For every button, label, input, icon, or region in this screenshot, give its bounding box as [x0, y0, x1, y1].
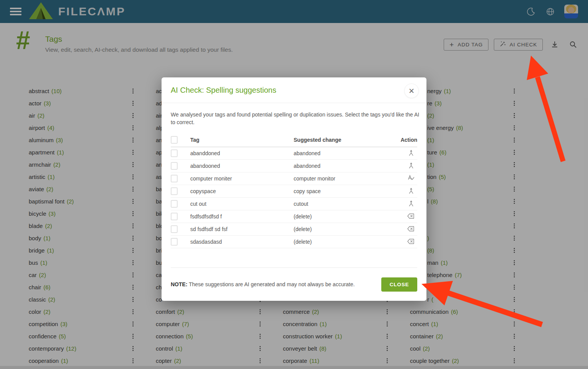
column-header-action: Action	[394, 137, 417, 143]
modal-footer: NOTE: These suggestions are AI generated…	[171, 267, 417, 301]
row-checkbox[interactable]	[171, 162, 178, 170]
select-all-checkbox[interactable]	[171, 136, 178, 144]
filecamp-tags-page: { "colors": { "header_bg": "#2e6f8a", "b…	[0, 0, 588, 369]
delete-icon	[407, 237, 415, 247]
table-header-row: Tag Suggested change Action	[171, 133, 417, 147]
note-text: These suggestions are AI generated and m…	[188, 281, 355, 287]
tag-cell: computer moniter	[190, 175, 294, 182]
tag-cell: sdasdasdasd	[190, 239, 294, 245]
note-label: NOTE:	[171, 281, 188, 287]
row-checkbox[interactable]	[171, 187, 178, 195]
delete-icon	[407, 212, 415, 221]
modal-header: AI Check: Spelling suggestions	[162, 77, 426, 103]
delete-icon	[407, 225, 415, 234]
description-line-1: We analysed your tags and found potentia…	[171, 111, 417, 118]
tag-cell: abandooned	[190, 163, 294, 169]
tag-cell: fsdfsdfsdfsd f	[190, 213, 294, 220]
suggestion-cell: copy space	[294, 188, 394, 194]
row-checkbox[interactable]	[171, 225, 178, 233]
suggestions-table: Tag Suggested change Action abanddonedab…	[171, 133, 417, 248]
description-line-2: to correct.	[171, 118, 417, 126]
tag-cell: sd fsdfsdf sd fsf	[190, 226, 294, 232]
suggestion-row: sd fsdfsdf sd fsf(delete)	[171, 223, 417, 236]
modal-title: AI Check: Spelling suggestions	[171, 86, 276, 95]
ai-note: NOTE: These suggestions are AI generated…	[171, 281, 355, 287]
ai-check-modal: AI Check: Spelling suggestions ✕ We anal…	[162, 77, 426, 301]
suggestion-row: abandoonedabandoned	[171, 160, 417, 172]
row-checkbox[interactable]	[171, 238, 178, 246]
suggestion-row: copyspacecopy space	[171, 185, 417, 198]
modal-description: We analysed your tags and found potentia…	[171, 111, 417, 126]
suggestion-row: cut outcutout	[171, 198, 417, 210]
merge-icon	[407, 149, 415, 158]
suggestion-row: abanddonedabandoned	[171, 147, 417, 160]
tag-cell: cut out	[190, 201, 294, 207]
merge-icon	[407, 162, 415, 171]
suggestion-cell: (delete)	[294, 213, 394, 220]
column-header-tag: Tag	[190, 137, 294, 143]
suggestion-row: fsdfsdfsdfsd f(delete)	[171, 210, 417, 223]
suggestion-cell: abandoned	[294, 150, 394, 156]
row-checkbox[interactable]	[171, 213, 178, 220]
merge-icon	[407, 200, 415, 208]
suggestion-cell: (delete)	[294, 239, 394, 245]
suggestion-cell: (delete)	[294, 226, 394, 232]
suggestion-cell: cutout	[294, 201, 394, 207]
suggestion-cell: abandoned	[294, 163, 394, 169]
close-button[interactable]: CLOSE	[381, 277, 417, 292]
row-checkbox[interactable]	[171, 149, 178, 157]
spellcheck-icon	[407, 174, 415, 183]
row-checkbox[interactable]	[171, 175, 178, 182]
column-header-suggestion: Suggested change	[294, 137, 394, 143]
suggestion-row: computer monitercomputer monitor	[171, 172, 417, 185]
suggestion-row: sdasdasdasd(delete)	[171, 236, 417, 248]
merge-icon	[407, 187, 415, 196]
tag-cell: copyspace	[190, 188, 294, 194]
tag-cell: abanddoned	[190, 150, 294, 156]
suggestion-cell: computer monitor	[294, 175, 394, 182]
modal-close-x-icon[interactable]: ✕	[404, 84, 419, 98]
row-checkbox[interactable]	[171, 200, 178, 208]
